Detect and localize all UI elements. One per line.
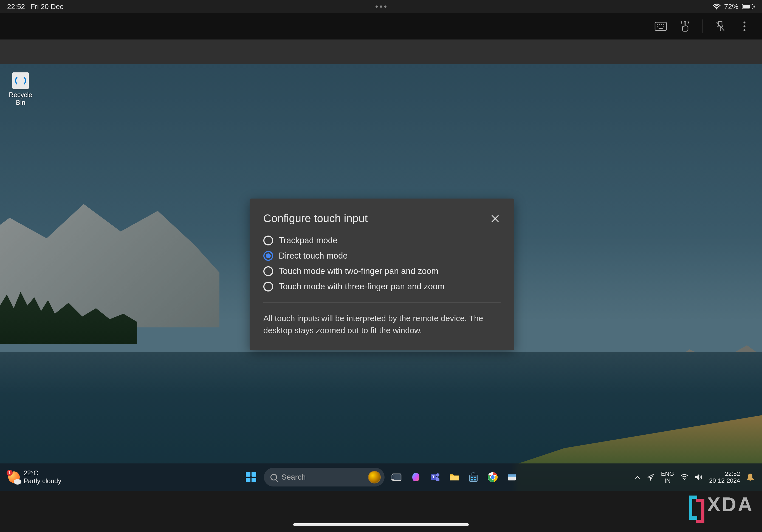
weather-condition: Partly cloudy [24,477,61,485]
desktop-icon-recycle-bin[interactable]: Recycle Bin [6,72,36,107]
tray-clock[interactable]: 22:52 20-12-2024 [709,470,740,484]
keyboard-icon[interactable] [654,20,667,33]
remote-desktop-viewport[interactable]: Recycle Bin Configure touch input Trackp… [0,64,762,491]
remote-connection-bar [0,39,762,64]
touch-mode-radio-group: Trackpad mode Direct touch mode Touch mo… [263,236,500,291]
svg-rect-27 [471,479,473,481]
svg-point-6 [659,24,660,25]
svg-rect-24 [470,475,477,482]
taskbar-weather-widget[interactable]: 1 22°C Partly cloudy [8,469,61,485]
windows-taskbar: 1 22°C Partly cloudy Search [0,463,762,491]
start-button[interactable] [243,469,259,485]
svg-rect-3 [753,6,755,8]
radio-icon [263,266,273,276]
recycle-bin-icon [12,72,29,89]
recycle-bin-label: Recycle Bin [6,91,36,107]
touch-icon[interactable] [678,20,692,33]
home-indicator[interactable] [293,523,469,526]
svg-rect-26 [474,477,476,478]
configure-touch-modal: Configure touch input Trackpad mode Dire… [250,198,514,350]
tray-time: 22:52 [709,470,740,477]
svg-point-21 [436,473,439,477]
tray-date: 20-12-2024 [709,477,740,484]
radio-icon [263,236,273,246]
task-view-icon[interactable] [390,470,404,484]
search-placeholder: Search [281,473,306,482]
radio-direct-touch-mode[interactable]: Direct touch mode [263,251,500,261]
radio-two-finger-mode[interactable]: Touch mode with two-finger pan and zoom [263,266,500,276]
remote-app-toolbar [0,13,762,39]
teams-icon[interactable]: T [428,470,442,484]
svg-rect-25 [471,477,473,478]
svg-point-10 [663,26,664,28]
pin-off-icon[interactable] [714,20,727,33]
more-vert-icon[interactable] [738,20,751,33]
tray-wifi-icon[interactable] [681,474,688,480]
weather-badge: 1 [7,470,13,476]
radio-label: Touch mode with two-finger pan and zoom [279,266,438,276]
tablet-bottom-chrome: XDA [0,491,762,532]
svg-rect-4 [655,22,666,31]
wifi-icon [713,3,721,10]
battery-icon [742,3,755,10]
svg-point-5 [657,24,658,25]
mail-icon[interactable] [505,470,519,484]
svg-point-13 [744,22,745,24]
radio-icon [263,251,273,261]
search-highlight-icon [368,471,381,484]
status-time: 22:52 [7,2,25,11]
lang-top: ENG [661,470,674,477]
svg-rect-2 [742,5,750,9]
location-icon[interactable] [647,473,654,481]
radio-label: Touch mode with three-finger pan and zoo… [279,282,445,291]
close-icon [491,214,499,223]
search-icon [270,474,277,481]
svg-rect-23 [450,476,459,481]
watermark-text: XDA [707,493,754,515]
tray-chevron-icon[interactable] [635,475,640,479]
svg-point-8 [663,24,664,25]
radio-icon [263,282,273,291]
file-explorer-icon[interactable] [447,470,461,484]
svg-point-9 [657,26,658,28]
battery-percent: 72% [724,2,738,11]
svg-rect-11 [658,28,663,29]
language-indicator[interactable]: ENG IN [661,470,674,484]
microsoft-store-icon[interactable] [466,470,481,484]
radio-trackpad-mode[interactable]: Trackpad mode [263,236,500,246]
taskbar-search[interactable]: Search [264,468,385,487]
svg-point-31 [491,475,495,479]
chrome-icon[interactable] [486,470,500,484]
lang-bottom: IN [661,477,674,484]
radio-three-finger-mode[interactable]: Touch mode with three-finger pan and zoo… [263,282,500,291]
modal-description: All touch inputs will be interpreted by … [263,312,500,336]
ipad-status-bar: 22:52 Fri 20 Dec 72% [0,0,762,13]
xda-logo-icon [689,495,704,513]
svg-point-7 [661,24,662,25]
svg-point-0 [716,8,717,10]
xda-watermark: XDA [689,493,754,515]
svg-rect-33 [508,474,516,477]
notification-bell-icon[interactable] [747,473,754,481]
tray-volume-icon[interactable] [695,474,703,481]
multitask-dots-icon[interactable] [375,6,387,8]
radio-label: Direct touch mode [279,251,348,261]
svg-rect-28 [474,479,476,481]
svg-rect-19 [391,475,394,479]
radio-label: Trackpad mode [279,236,338,246]
svg-point-14 [744,26,745,28]
svg-point-34 [684,479,685,480]
copilot-icon[interactable] [409,470,423,484]
modal-divider [263,302,500,303]
weather-temp: 22°C [24,469,61,477]
close-button[interactable] [490,213,500,224]
svg-point-15 [744,29,745,31]
svg-text:T: T [432,475,435,479]
status-date: Fri 20 Dec [31,2,63,11]
modal-title: Configure touch input [263,212,368,225]
